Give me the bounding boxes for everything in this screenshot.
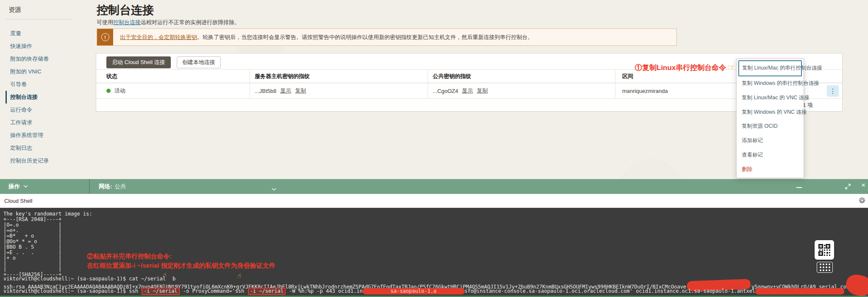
- terminal-cat-command-line: viktorwith@cloudshell:~ (sa-saopaulo-1)$…: [3, 276, 175, 282]
- desc-prefix: 可使用: [97, 19, 113, 25]
- security-warning-banner: ! 出于安全目的，会定期轮换密钥。轮换了密钥后，当您连接时会显示警告。请按照警告…: [97, 28, 677, 46]
- terminal-ssh-command-line: viktorwith@cloudshell:~ (sa-saopaulo-1)$…: [3, 288, 844, 295]
- key-rotation-link[interactable]: 出于安全目的，会定期轮换密钥: [120, 34, 197, 41]
- sidebar-item-console-history[interactable]: 控制台历史记录: [6, 154, 81, 167]
- sidebar-item-run-command[interactable]: 运行命令: [6, 104, 81, 116]
- sidebar-item-attached-vnics[interactable]: 附加的 VNIC: [6, 65, 81, 78]
- status-label: 活动: [114, 87, 125, 95]
- menu-item-delete[interactable]: 删除: [737, 162, 804, 177]
- sidebar-item-attached-block-volumes[interactable]: 附加的块存储卷: [6, 53, 81, 65]
- compartment-cell: manriquezmiranda: [622, 83, 668, 98]
- network-value: 公共: [115, 183, 126, 191]
- server-fingerprint-copy-link[interactable]: 复制: [295, 87, 306, 95]
- warning-icon: !: [101, 33, 109, 41]
- server-fingerprint-show-link[interactable]: 显示: [280, 87, 291, 95]
- ssh-command-text: -W %h:%p -p 443 ocid1.in: [286, 289, 363, 294]
- sidebar-item-quick-actions[interactable]: 快速操作: [6, 40, 81, 53]
- table-row: 活动 ...JBt5b8 显示 复制 ...CgoOZ4 显示 复制 manri…: [96, 83, 842, 99]
- annotation-paste-command-line1: ②粘贴并补完串行控制台命令:: [87, 253, 172, 259]
- pointing-up-icon: ☝: [237, 273, 241, 279]
- desc-suffix: 远程对运行不正常的实例进行故障排除。: [141, 19, 240, 25]
- annotation-paste-command-line2: 在红框位置添加-i ~/serial 指定刚才生成的私钥文件为身份验证文件: [87, 263, 275, 268]
- public-fingerprint-copy-link[interactable]: 复制: [477, 87, 488, 95]
- sidebar-nav: 度量 快速操作 附加的块存储卷 附加的 VNIC 引导卷 控制台连接 运行命令 …: [6, 27, 81, 167]
- sidebar-title: 资源: [8, 6, 81, 14]
- ssh-command-text: -o ProxyCommand='ssh: [180, 289, 248, 294]
- network-label: 网络:: [99, 183, 112, 191]
- server-fingerprint-value: ...JBt5b8: [255, 88, 276, 94]
- menu-item-add-tags[interactable]: 添加标记: [737, 134, 804, 148]
- expand-icon[interactable]: [845, 183, 851, 191]
- annotation-copy-linux-command: ①复制Linux串行控制台命令 ☞: [635, 62, 735, 73]
- redaction-scribble: [844, 272, 868, 296]
- ssh-prompt-text: viktorwith@cloudshell:~ (sa-saopaulo-1)$…: [3, 289, 141, 294]
- instance-action-bar: 操作 网络: 公共 ×: [0, 179, 868, 194]
- create-local-connection-button[interactable]: 创建本地连接: [177, 56, 221, 68]
- page-title: 控制台连接: [97, 3, 154, 18]
- status-active-dot: [106, 89, 111, 93]
- redaction-scribble: sa-saopaulo-1.a: [363, 288, 465, 294]
- cat-command-text: viktorwith@cloudshell:~ (sa-saopaulo-1)$…: [3, 276, 166, 282]
- sidebar-item-boot-volume[interactable]: 引导卷: [6, 78, 81, 91]
- row-actions-menu: 复制 Linux/Mac 的串行控制台连接 复制 Windows 的串行控制台连…: [736, 59, 804, 178]
- menu-item-copy-linux-serial[interactable]: 复制 Linux/Mac 的串行控制台连接: [738, 60, 802, 76]
- launch-cloud-shell-button[interactable]: 启动 Cloud Shell 连接: [106, 56, 171, 68]
- menu-item-copy-resource-ocid[interactable]: 复制资源 OCID: [737, 119, 804, 134]
- sidebar-divider: [6, 19, 72, 20]
- ssh-command-text: sfo@instance-console.sa-saopaulo-1.oci.o…: [465, 289, 755, 294]
- dots-grid-icon[interactable]: [817, 262, 833, 273]
- pointing-right-icon: ☞: [727, 62, 735, 73]
- public-fingerprint-value: ...CgoOZ4: [433, 88, 458, 94]
- annotation1-text: ①复制Linux串行控制台命令: [635, 63, 726, 73]
- warning-iconbox: !: [97, 29, 113, 45]
- cloud-shell-terminal[interactable]: The key's randomart image is: +---[RSA 2…: [0, 208, 868, 296]
- cloud-shell-header: Cloud Shell: [0, 194, 868, 208]
- terminal-output: The key's randomart image is: +---[RSA 2…: [3, 211, 92, 277]
- menu-item-copy-windows-vnc[interactable]: 复制 Windows 的 VNC 连接: [737, 105, 804, 119]
- status-cell: 活动: [106, 83, 125, 98]
- network-collapse-chevron[interactable]: [272, 185, 276, 193]
- sidebar-item-os-management[interactable]: 操作系统管理: [6, 129, 81, 142]
- console-connection-doc-link[interactable]: 控制台连接: [113, 19, 141, 25]
- pointing-up-icon: ☝: [163, 272, 167, 278]
- network-section-header: 网络: 公共: [99, 179, 126, 194]
- column-public-key-fingerprint: 公共密钥的指纹: [433, 70, 471, 83]
- qr-code-icon: [818, 244, 830, 256]
- sidebar-item-metrics[interactable]: 度量: [6, 27, 81, 40]
- action-bar-divider: [89, 179, 90, 194]
- close-icon[interactable]: ×: [861, 181, 865, 190]
- redaction-scribble: [755, 288, 844, 294]
- console-connections-card: 启动 Cloud Shell 连接 创建本地连接 状态 服务器主机密钥的指纹 公…: [96, 53, 843, 112]
- public-fingerprint-cell: ...CgoOZ4 显示 复制: [433, 83, 488, 98]
- menu-item-copy-windows-serial[interactable]: 复制 Windows 的串行控制台连接: [737, 76, 804, 91]
- warning-text: 出于安全目的，会定期轮换密钥。轮换了密钥后，当您连接时会显示警告。请按照警告中的…: [113, 29, 533, 45]
- menu-item-view-tags[interactable]: 查看标记: [737, 148, 804, 163]
- qr-code-widget[interactable]: [815, 240, 834, 260]
- minimize-icon[interactable]: [796, 187, 802, 188]
- server-fingerprint-cell: ...JBt5b8 显示 复制: [255, 83, 306, 98]
- actions-dropdown-button[interactable]: 操作: [8, 179, 28, 194]
- toolbar: 启动 Cloud Shell 连接 创建本地连接: [106, 56, 221, 68]
- chevron-down-icon: [272, 188, 276, 191]
- sidebar-item-work-requests[interactable]: 工作请求: [6, 116, 81, 129]
- public-fingerprint-show-link[interactable]: 显示: [462, 87, 473, 95]
- identity-flag-highlight: -i ~/serial: [142, 288, 179, 295]
- resources-sidebar: 资源 度量 快速操作 附加的块存储卷 附加的 VNIC 引导卷 控制台连接 运行…: [0, 0, 81, 167]
- chevron-down-icon: [23, 185, 28, 188]
- warning-rest: 。轮换了密钥后，当您连接时会显示警告。请按照警告中的说明操作以使用新的密钥指纹更…: [197, 34, 533, 41]
- actions-label: 操作: [8, 183, 20, 191]
- menu-item-copy-linux-vnc[interactable]: 复制 Linux/Mac 的 VNC 连接: [737, 91, 804, 105]
- column-compartment: 区间: [622, 70, 633, 83]
- page-description: 可使用控制台连接远程对运行不正常的实例进行故障排除。: [97, 19, 240, 26]
- cloud-shell-title: Cloud Shell: [4, 198, 33, 204]
- identity-flag-highlight: -i ~/serial: [248, 288, 286, 295]
- sidebar-item-custom-logs[interactable]: 定制日志: [6, 142, 81, 154]
- cat-command-tail: b: [172, 276, 175, 282]
- gear-icon[interactable]: [859, 197, 865, 205]
- row-actions-kebab-icon[interactable]: ⋮: [827, 85, 839, 97]
- sidebar-item-console-connection[interactable]: 控制台连接: [6, 91, 81, 104]
- column-status: 状态: [106, 70, 117, 83]
- column-server-host-key-fingerprint: 服务器主机密钥的指纹: [255, 70, 310, 83]
